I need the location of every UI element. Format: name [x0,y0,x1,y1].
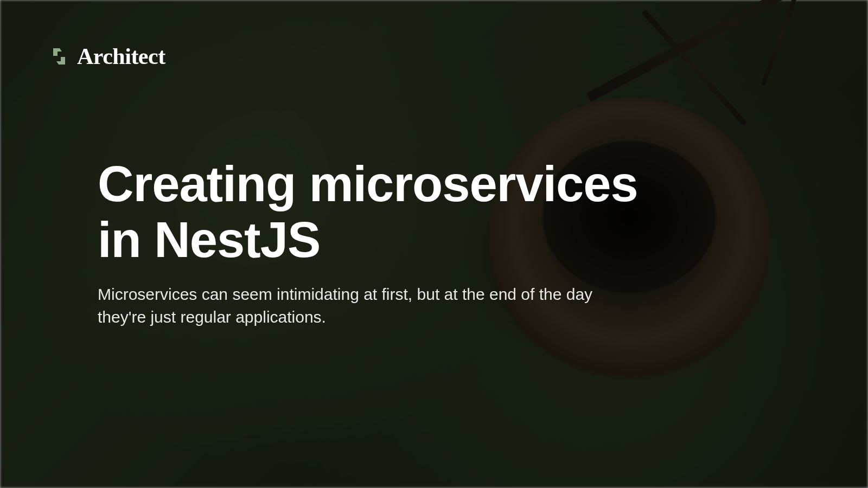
hero-text-block: Creating microservices in NestJS Microse… [49,156,646,329]
page-subtitle: Microservices can seem intimidating at f… [98,283,597,329]
architect-logo-icon [49,46,69,67]
brand-name: Architect [77,43,165,69]
page-title: Creating microservices in NestJS [98,156,646,268]
brand-logo: Architect [49,43,819,69]
content-container: Architect Creating microservices in Nest… [0,0,868,488]
